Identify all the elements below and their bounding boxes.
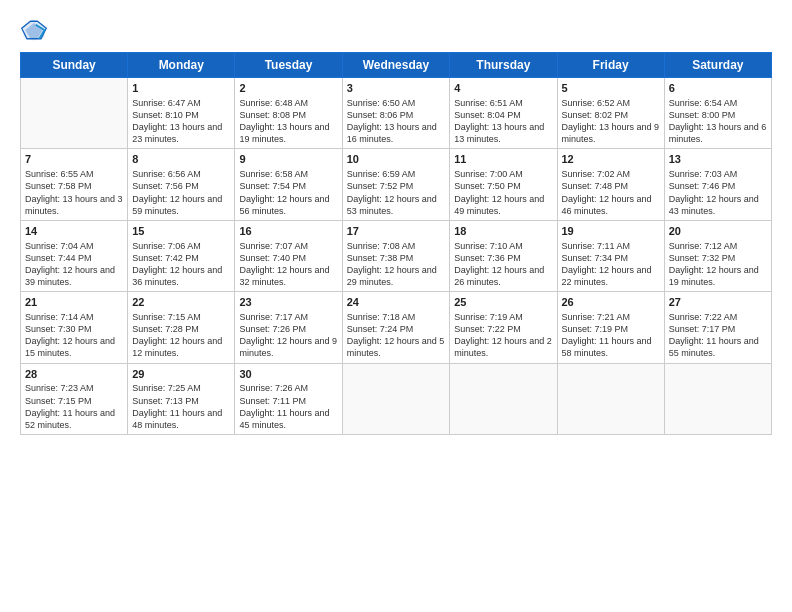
calendar-cell: 21Sunrise: 7:14 AM Sunset: 7:30 PM Dayli…	[21, 292, 128, 363]
week-row-5: 28Sunrise: 7:23 AM Sunset: 7:15 PM Dayli…	[21, 363, 772, 434]
week-row-3: 14Sunrise: 7:04 AM Sunset: 7:44 PM Dayli…	[21, 220, 772, 291]
calendar-cell: 5Sunrise: 6:52 AM Sunset: 8:02 PM Daylig…	[557, 78, 664, 149]
cell-info: Sunrise: 7:02 AM Sunset: 7:48 PM Dayligh…	[562, 168, 660, 217]
cell-info: Sunrise: 6:48 AM Sunset: 8:08 PM Dayligh…	[239, 97, 337, 146]
header-cell-sunday: Sunday	[21, 53, 128, 78]
header-cell-monday: Monday	[128, 53, 235, 78]
calendar-cell	[664, 363, 771, 434]
day-number: 17	[347, 224, 446, 239]
cell-info: Sunrise: 7:17 AM Sunset: 7:26 PM Dayligh…	[239, 311, 337, 360]
calendar-body: 1Sunrise: 6:47 AM Sunset: 8:10 PM Daylig…	[21, 78, 772, 435]
calendar-cell	[450, 363, 557, 434]
calendar-cell	[342, 363, 450, 434]
cell-info: Sunrise: 6:58 AM Sunset: 7:54 PM Dayligh…	[239, 168, 337, 217]
calendar-cell: 1Sunrise: 6:47 AM Sunset: 8:10 PM Daylig…	[128, 78, 235, 149]
day-number: 21	[25, 295, 123, 310]
cell-info: Sunrise: 7:25 AM Sunset: 7:13 PM Dayligh…	[132, 382, 230, 431]
day-number: 25	[454, 295, 552, 310]
calendar-cell: 6Sunrise: 6:54 AM Sunset: 8:00 PM Daylig…	[664, 78, 771, 149]
cell-info: Sunrise: 7:03 AM Sunset: 7:46 PM Dayligh…	[669, 168, 767, 217]
calendar-cell: 4Sunrise: 6:51 AM Sunset: 8:04 PM Daylig…	[450, 78, 557, 149]
header-cell-wednesday: Wednesday	[342, 53, 450, 78]
calendar-cell: 27Sunrise: 7:22 AM Sunset: 7:17 PM Dayli…	[664, 292, 771, 363]
day-number: 8	[132, 152, 230, 167]
calendar-cell: 20Sunrise: 7:12 AM Sunset: 7:32 PM Dayli…	[664, 220, 771, 291]
week-row-4: 21Sunrise: 7:14 AM Sunset: 7:30 PM Dayli…	[21, 292, 772, 363]
calendar-cell: 12Sunrise: 7:02 AM Sunset: 7:48 PM Dayli…	[557, 149, 664, 220]
header-cell-friday: Friday	[557, 53, 664, 78]
calendar-cell	[21, 78, 128, 149]
calendar-cell: 16Sunrise: 7:07 AM Sunset: 7:40 PM Dayli…	[235, 220, 342, 291]
day-number: 4	[454, 81, 552, 96]
day-number: 22	[132, 295, 230, 310]
week-row-2: 7Sunrise: 6:55 AM Sunset: 7:58 PM Daylig…	[21, 149, 772, 220]
calendar-cell: 22Sunrise: 7:15 AM Sunset: 7:28 PM Dayli…	[128, 292, 235, 363]
calendar-cell: 14Sunrise: 7:04 AM Sunset: 7:44 PM Dayli…	[21, 220, 128, 291]
day-number: 3	[347, 81, 446, 96]
day-number: 23	[239, 295, 337, 310]
day-number: 1	[132, 81, 230, 96]
header-cell-saturday: Saturday	[664, 53, 771, 78]
logo	[20, 16, 52, 44]
day-number: 29	[132, 367, 230, 382]
header-cell-thursday: Thursday	[450, 53, 557, 78]
day-number: 15	[132, 224, 230, 239]
day-number: 14	[25, 224, 123, 239]
day-number: 6	[669, 81, 767, 96]
calendar-cell: 29Sunrise: 7:25 AM Sunset: 7:13 PM Dayli…	[128, 363, 235, 434]
header	[20, 16, 772, 44]
day-number: 5	[562, 81, 660, 96]
calendar-cell: 11Sunrise: 7:00 AM Sunset: 7:50 PM Dayli…	[450, 149, 557, 220]
day-number: 18	[454, 224, 552, 239]
calendar-cell: 24Sunrise: 7:18 AM Sunset: 7:24 PM Dayli…	[342, 292, 450, 363]
calendar-cell: 18Sunrise: 7:10 AM Sunset: 7:36 PM Dayli…	[450, 220, 557, 291]
calendar-cell: 23Sunrise: 7:17 AM Sunset: 7:26 PM Dayli…	[235, 292, 342, 363]
day-number: 28	[25, 367, 123, 382]
day-number: 20	[669, 224, 767, 239]
calendar-cell: 10Sunrise: 6:59 AM Sunset: 7:52 PM Dayli…	[342, 149, 450, 220]
cell-info: Sunrise: 7:12 AM Sunset: 7:32 PM Dayligh…	[669, 240, 767, 289]
header-row: SundayMondayTuesdayWednesdayThursdayFrid…	[21, 53, 772, 78]
cell-info: Sunrise: 7:15 AM Sunset: 7:28 PM Dayligh…	[132, 311, 230, 360]
calendar-cell: 13Sunrise: 7:03 AM Sunset: 7:46 PM Dayli…	[664, 149, 771, 220]
cell-info: Sunrise: 6:51 AM Sunset: 8:04 PM Dayligh…	[454, 97, 552, 146]
calendar-header: SundayMondayTuesdayWednesdayThursdayFrid…	[21, 53, 772, 78]
calendar-cell: 30Sunrise: 7:26 AM Sunset: 7:11 PM Dayli…	[235, 363, 342, 434]
cell-info: Sunrise: 7:14 AM Sunset: 7:30 PM Dayligh…	[25, 311, 123, 360]
calendar-cell: 28Sunrise: 7:23 AM Sunset: 7:15 PM Dayli…	[21, 363, 128, 434]
day-number: 10	[347, 152, 446, 167]
day-number: 12	[562, 152, 660, 167]
calendar-cell: 26Sunrise: 7:21 AM Sunset: 7:19 PM Dayli…	[557, 292, 664, 363]
cell-info: Sunrise: 6:52 AM Sunset: 8:02 PM Dayligh…	[562, 97, 660, 146]
day-number: 19	[562, 224, 660, 239]
cell-info: Sunrise: 7:19 AM Sunset: 7:22 PM Dayligh…	[454, 311, 552, 360]
calendar-cell: 19Sunrise: 7:11 AM Sunset: 7:34 PM Dayli…	[557, 220, 664, 291]
cell-info: Sunrise: 7:21 AM Sunset: 7:19 PM Dayligh…	[562, 311, 660, 360]
cell-info: Sunrise: 6:50 AM Sunset: 8:06 PM Dayligh…	[347, 97, 446, 146]
cell-info: Sunrise: 7:08 AM Sunset: 7:38 PM Dayligh…	[347, 240, 446, 289]
cell-info: Sunrise: 7:18 AM Sunset: 7:24 PM Dayligh…	[347, 311, 446, 360]
cell-info: Sunrise: 7:07 AM Sunset: 7:40 PM Dayligh…	[239, 240, 337, 289]
day-number: 11	[454, 152, 552, 167]
page: SundayMondayTuesdayWednesdayThursdayFrid…	[0, 0, 792, 612]
cell-info: Sunrise: 7:22 AM Sunset: 7:17 PM Dayligh…	[669, 311, 767, 360]
calendar-cell: 9Sunrise: 6:58 AM Sunset: 7:54 PM Daylig…	[235, 149, 342, 220]
cell-info: Sunrise: 7:11 AM Sunset: 7:34 PM Dayligh…	[562, 240, 660, 289]
calendar-cell: 8Sunrise: 6:56 AM Sunset: 7:56 PM Daylig…	[128, 149, 235, 220]
day-number: 7	[25, 152, 123, 167]
calendar-cell: 15Sunrise: 7:06 AM Sunset: 7:42 PM Dayli…	[128, 220, 235, 291]
calendar-cell: 7Sunrise: 6:55 AM Sunset: 7:58 PM Daylig…	[21, 149, 128, 220]
logo-icon	[20, 16, 48, 44]
cell-info: Sunrise: 6:55 AM Sunset: 7:58 PM Dayligh…	[25, 168, 123, 217]
cell-info: Sunrise: 6:47 AM Sunset: 8:10 PM Dayligh…	[132, 97, 230, 146]
day-number: 26	[562, 295, 660, 310]
cell-info: Sunrise: 7:10 AM Sunset: 7:36 PM Dayligh…	[454, 240, 552, 289]
day-number: 16	[239, 224, 337, 239]
calendar-cell: 2Sunrise: 6:48 AM Sunset: 8:08 PM Daylig…	[235, 78, 342, 149]
day-number: 30	[239, 367, 337, 382]
day-number: 9	[239, 152, 337, 167]
week-row-1: 1Sunrise: 6:47 AM Sunset: 8:10 PM Daylig…	[21, 78, 772, 149]
cell-info: Sunrise: 7:04 AM Sunset: 7:44 PM Dayligh…	[25, 240, 123, 289]
calendar-cell: 17Sunrise: 7:08 AM Sunset: 7:38 PM Dayli…	[342, 220, 450, 291]
day-number: 2	[239, 81, 337, 96]
